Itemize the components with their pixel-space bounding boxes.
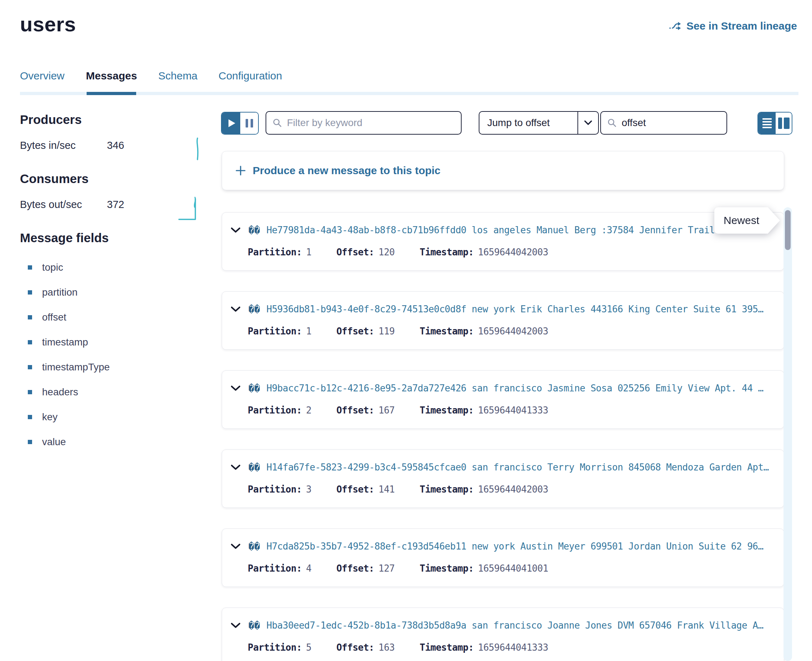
- jump-to-offset-value: Jump to offset: [479, 112, 577, 134]
- column-view-icon: [778, 118, 782, 129]
- field-label: topic: [42, 262, 63, 273]
- stream-lineage-icon: [669, 21, 682, 31]
- expand-chevron-icon[interactable]: [231, 465, 240, 470]
- field-item-offset[interactable]: offset: [28, 305, 110, 330]
- partition-field: Partition:5: [248, 642, 312, 653]
- offset-field: Offset:163: [336, 642, 395, 653]
- message-preview: Hba30eed7-1edc-452b-8b1a-738d3b5d8a9a sa…: [267, 620, 764, 631]
- tab-underline-active: [86, 92, 136, 95]
- field-label: value: [42, 436, 66, 448]
- message-row[interactable]: �� He77981da-4a43-48ab-b8f8-cb71b96ffdd0…: [222, 212, 784, 271]
- newest-tooltip-label: Newest: [714, 207, 780, 234]
- tab-messages[interactable]: Messages: [86, 70, 137, 82]
- partition-field: Partition:1: [248, 326, 312, 337]
- list-view-icon: [762, 118, 772, 120]
- filter-input[interactable]: [287, 117, 455, 129]
- partition-field: Partition:1: [248, 247, 312, 257]
- field-item-timestampType[interactable]: timestampType: [28, 355, 110, 380]
- timestamp-field: Timestamp:1659644041001: [420, 563, 548, 574]
- play-button[interactable]: [222, 113, 240, 134]
- expand-chevron-icon[interactable]: [231, 385, 240, 391]
- tab-configuration[interactable]: Configuration: [218, 70, 282, 82]
- pause-icon: [246, 119, 248, 128]
- bullet-icon: [28, 415, 32, 419]
- page-title: users: [20, 12, 76, 36]
- field-item-headers[interactable]: headers: [28, 380, 110, 405]
- bullet-icon: [28, 265, 32, 270]
- timestamp-field: Timestamp:1659644042003: [420, 247, 548, 257]
- message-fields-heading: Message fields: [20, 231, 109, 245]
- timestamp-field: Timestamp:1659644041333: [420, 642, 548, 653]
- bytes-in-value: 346: [107, 140, 124, 152]
- expand-chevron-icon[interactable]: [231, 623, 240, 628]
- search-icon: [607, 118, 617, 128]
- partition-field: Partition:3: [248, 484, 312, 495]
- offset-field: Offset:119: [336, 326, 395, 337]
- offset-search-field: [600, 111, 727, 135]
- field-item-topic[interactable]: topic: [28, 255, 110, 280]
- field-item-key[interactable]: key: [28, 405, 110, 429]
- produce-message-label: Produce a new message to this topic: [253, 164, 440, 177]
- chevron-down-icon: [584, 120, 593, 125]
- bytes-in-sparkline: [194, 137, 201, 161]
- bytes-out-label: Bytes out/sec: [20, 199, 82, 211]
- tab-overview[interactable]: Overview: [20, 70, 64, 82]
- message-row[interactable]: �� H7cda825b-35b7-4952-88ef-c193d546eb11…: [222, 528, 784, 587]
- message-preview: H9bacc71c-b12c-4216-8e95-2a7da727e426 sa…: [267, 383, 764, 394]
- partition-field: Partition:2: [248, 405, 312, 416]
- pause-button[interactable]: [240, 113, 258, 134]
- message-fields-list: topic partition offset timestamp timesta…: [28, 255, 110, 455]
- expand-chevron-icon[interactable]: [231, 306, 240, 312]
- field-item-value[interactable]: value: [28, 429, 110, 455]
- replacement-glyphs: ��: [248, 541, 260, 552]
- message-preview: He77981da-4a43-48ab-b8f8-cb71b96ffdd0 lo…: [267, 225, 726, 235]
- replacement-glyphs: ��: [248, 225, 260, 236]
- bullet-icon: [28, 315, 32, 319]
- timestamp-field: Timestamp:1659644042003: [420, 326, 548, 337]
- expand-chevron-icon[interactable]: [231, 227, 240, 233]
- offset-search-input[interactable]: [621, 117, 720, 129]
- message-row[interactable]: �� H5936db81-b943-4e0f-8c29-74513e0c0d8f…: [222, 291, 784, 350]
- list-view-button[interactable]: [758, 113, 776, 134]
- field-label: headers: [42, 386, 78, 398]
- field-label: partition: [42, 287, 78, 298]
- stream-lineage-link[interactable]: See in Stream lineage: [669, 20, 797, 32]
- message-preview: H7cda825b-35b7-4952-88ef-c193d546eb11 ne…: [267, 541, 764, 552]
- field-label: timestampType: [42, 361, 110, 373]
- timestamp-field: Timestamp:1659644041333: [420, 405, 548, 416]
- bullet-icon: [28, 390, 32, 394]
- message-preview: H5936db81-b943-4e0f-8c29-74513e0c0d8f ne…: [267, 304, 764, 315]
- offset-field: Offset:120: [336, 247, 395, 257]
- field-item-partition[interactable]: partition: [28, 280, 110, 305]
- partition-field: Partition:4: [248, 563, 312, 574]
- field-label: offset: [42, 311, 66, 323]
- tab-schema[interactable]: Schema: [158, 70, 197, 82]
- pause-icon: [251, 119, 253, 128]
- bullet-icon: [28, 440, 32, 444]
- column-view-button[interactable]: [776, 113, 792, 134]
- message-row[interactable]: �� H14fa67fe-5823-4299-b3c4-595845cfcae0…: [222, 449, 784, 508]
- expand-chevron-icon[interactable]: [231, 543, 240, 549]
- bytes-out-value: 372: [107, 199, 124, 211]
- scrollbar-track[interactable]: [783, 207, 792, 661]
- message-row[interactable]: �� Hba30eed7-1edc-452b-8b1a-738d3b5d8a9a…: [222, 608, 784, 661]
- replacement-glyphs: ��: [248, 383, 260, 394]
- select-caret: [577, 112, 598, 134]
- produce-message-button[interactable]: Produce a new message to this topic: [222, 151, 784, 190]
- play-icon: [229, 119, 235, 127]
- search-icon: [273, 118, 282, 128]
- field-item-timestamp[interactable]: timestamp: [28, 330, 110, 355]
- bullet-icon: [28, 340, 32, 344]
- tab-underline-track: [20, 92, 798, 95]
- offset-field: Offset:127: [336, 563, 395, 574]
- jump-to-offset-select[interactable]: Jump to offset: [479, 111, 599, 135]
- field-label: key: [42, 411, 58, 423]
- bullet-icon: [28, 365, 32, 369]
- message-row[interactable]: �� H9bacc71c-b12c-4216-8e95-2a7da727e426…: [222, 370, 784, 429]
- replacement-glyphs: ��: [248, 462, 260, 473]
- stream-lineage-label: See in Stream lineage: [687, 20, 797, 32]
- timestamp-field: Timestamp:1659644042003: [420, 484, 548, 495]
- field-label: timestamp: [42, 337, 88, 348]
- live-consume-toggle: [221, 112, 259, 135]
- scrollbar-thumb[interactable]: [785, 210, 791, 250]
